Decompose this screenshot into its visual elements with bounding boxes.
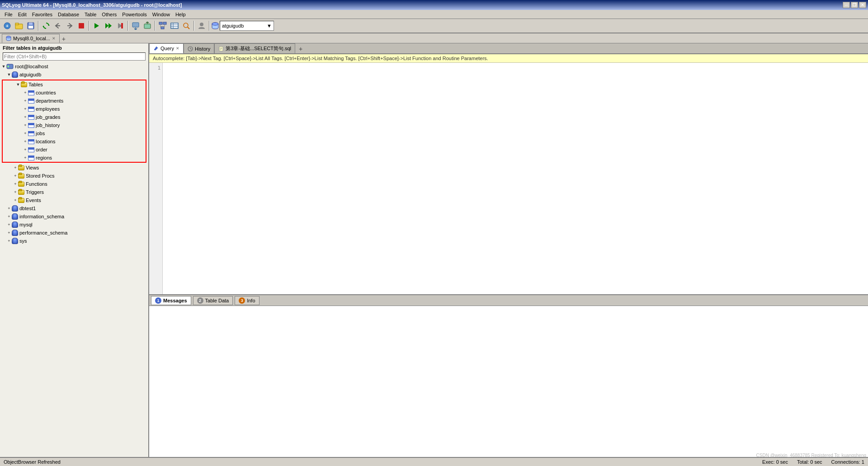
tree-expand-job-grades[interactable]: + bbox=[23, 114, 28, 120]
tree-events-folder[interactable]: + Events bbox=[0, 196, 148, 204]
tree-expand-job-history[interactable]: + bbox=[23, 122, 28, 128]
tree-views-folder[interactable]: + Views bbox=[0, 164, 148, 172]
tree-tables-folder[interactable]: ▼ Tables bbox=[3, 80, 146, 89]
filter-input[interactable] bbox=[3, 52, 146, 61]
svg-rect-6 bbox=[28, 26, 33, 28]
tab-query[interactable]: Query ✕ bbox=[149, 43, 184, 53]
tree-expand-departments[interactable]: + bbox=[23, 98, 28, 104]
tree-table-employees[interactable]: + employees bbox=[3, 105, 146, 113]
tree-table-locations[interactable]: + locations bbox=[3, 137, 146, 146]
menu-powertools[interactable]: Powertools bbox=[119, 11, 149, 18]
open-button[interactable] bbox=[14, 20, 24, 31]
tab-info[interactable]: 3 Info bbox=[235, 296, 259, 305]
menu-table[interactable]: Table bbox=[82, 11, 99, 18]
tree-stored-procs-folder[interactable]: + Stored Procs bbox=[0, 172, 148, 180]
tree-expand-tables[interactable]: ▼ bbox=[15, 82, 21, 87]
tree-expand-events[interactable]: + bbox=[13, 198, 18, 203]
menu-help[interactable]: Help bbox=[173, 11, 189, 18]
tree-db-mysql[interactable]: + mysql bbox=[0, 221, 148, 229]
tree-expand-information-schema[interactable]: + bbox=[6, 214, 12, 219]
tab-sql-file[interactable]: 第3章-基础...SELECT简句.sql bbox=[214, 43, 295, 53]
execute-button[interactable] bbox=[91, 20, 102, 31]
users-button[interactable] bbox=[196, 20, 207, 31]
import-button[interactable] bbox=[130, 20, 141, 31]
stop-button[interactable] bbox=[76, 20, 87, 31]
filter-row bbox=[0, 52, 148, 61]
tree-table-countries[interactable]: + countries bbox=[3, 89, 146, 97]
tree-expand-views[interactable]: + bbox=[13, 165, 18, 170]
query-builder-button[interactable] bbox=[181, 20, 192, 31]
tree-expand-order[interactable]: + bbox=[23, 147, 28, 152]
tree-expand-functions[interactable]: + bbox=[13, 181, 18, 187]
tab-table-data[interactable]: 2 Table Data bbox=[193, 296, 233, 305]
tab-query-close[interactable]: ✕ bbox=[176, 46, 179, 51]
export-button[interactable] bbox=[142, 20, 153, 31]
tab-messages[interactable]: 1 Messages bbox=[151, 296, 191, 305]
tree-expand-mysql[interactable]: + bbox=[6, 222, 12, 227]
tree-triggers-folder[interactable]: + Triggers bbox=[0, 188, 148, 196]
tree-db-atguigudb[interactable]: ▼ atguigudb bbox=[0, 71, 148, 79]
connection-tab-close[interactable]: ✕ bbox=[52, 36, 56, 41]
tree-table-job-history[interactable]: + job_history bbox=[3, 121, 146, 129]
schema-designer-button[interactable] bbox=[157, 20, 168, 31]
add-connection-button[interactable]: + bbox=[60, 35, 68, 43]
tree-functions-folder[interactable]: + Functions bbox=[0, 180, 148, 188]
tree-expand-jobs[interactable]: + bbox=[23, 131, 28, 136]
tab-history[interactable]: History bbox=[184, 43, 214, 53]
tree-table-jobs[interactable]: + jobs bbox=[3, 129, 146, 137]
close-button[interactable]: ✕ bbox=[859, 2, 866, 8]
refresh-button[interactable] bbox=[41, 20, 52, 31]
tree-expand-dbtest1[interactable]: + bbox=[6, 206, 12, 211]
add-query-tab-button[interactable]: + bbox=[296, 44, 305, 53]
info-tab-icon: 3 bbox=[239, 297, 245, 304]
tree-db-performance-schema[interactable]: + performance_schema bbox=[0, 229, 148, 237]
menu-database[interactable]: Database bbox=[55, 11, 82, 18]
watermark: CSDN @weixin_46883785 Registered To: kua… bbox=[756, 453, 866, 458]
db-select-box[interactable]: atguigudb ▼ bbox=[220, 21, 274, 31]
tree-table-regions[interactable]: + regions bbox=[3, 154, 146, 162]
menu-favorites[interactable]: Favorites bbox=[29, 11, 55, 18]
save-button[interactable] bbox=[25, 20, 36, 31]
svg-marker-10 bbox=[94, 23, 99, 28]
menu-bar: File Edit Favorites Database Table Other… bbox=[0, 10, 868, 19]
minimize-button[interactable]: ─ bbox=[843, 2, 850, 8]
tree-expand-root[interactable]: ▼ bbox=[1, 64, 6, 69]
new-connection-button[interactable]: + bbox=[2, 20, 13, 31]
tree-expand-sys[interactable]: + bbox=[6, 238, 12, 244]
editor-content[interactable] bbox=[163, 63, 868, 294]
table-icon-jobs bbox=[28, 131, 34, 136]
svg-line-28 bbox=[188, 27, 189, 29]
stop-query-button[interactable] bbox=[115, 20, 126, 31]
tree-root-label: root@localhost bbox=[15, 64, 48, 69]
tree-table-label: job_grades bbox=[36, 114, 60, 120]
connection-tab-active[interactable]: Mysql8.0_local... ✕ bbox=[2, 34, 60, 43]
menu-window[interactable]: Window bbox=[150, 11, 173, 18]
execute-all-button[interactable] bbox=[103, 20, 114, 31]
tree-expand-locations[interactable]: + bbox=[23, 139, 28, 144]
table-designer-button[interactable] bbox=[169, 20, 180, 31]
tree-db-sys[interactable]: + sys bbox=[0, 237, 148, 245]
tree-db-information-schema[interactable]: + information_schema bbox=[0, 212, 148, 221]
tree-root[interactable]: ▼ root@localhost bbox=[0, 62, 148, 71]
tree-table-departments[interactable]: + departments bbox=[3, 97, 146, 105]
menu-others[interactable]: Others bbox=[99, 11, 119, 18]
forward-button[interactable] bbox=[64, 20, 75, 31]
tree-functions-label: Functions bbox=[26, 181, 47, 187]
tree-expand-atguigudb[interactable]: ▼ bbox=[6, 72, 12, 77]
tree-expand-countries[interactable]: + bbox=[23, 90, 28, 95]
back-button[interactable] bbox=[52, 20, 63, 31]
menu-file[interactable]: File bbox=[2, 11, 15, 18]
tree-expand-employees[interactable]: + bbox=[23, 106, 28, 112]
tree-table-job-grades[interactable]: + job_grades bbox=[3, 113, 146, 121]
tree-expand-stored-procs[interactable]: + bbox=[13, 173, 18, 179]
tree-table-order[interactable]: + order bbox=[3, 146, 146, 154]
tree-db-dbtest1[interactable]: + dbtest1 bbox=[0, 204, 148, 212]
tree-db-dbtest1-label: dbtest1 bbox=[19, 206, 36, 211]
tree-expand-performance-schema[interactable]: + bbox=[6, 230, 12, 235]
tree-expand-regions[interactable]: + bbox=[23, 155, 28, 160]
restore-button[interactable]: ❐ bbox=[851, 2, 858, 8]
svg-rect-3 bbox=[15, 23, 19, 25]
menu-edit[interactable]: Edit bbox=[15, 11, 29, 18]
tree-expand-triggers[interactable]: + bbox=[13, 189, 18, 195]
svg-rect-17 bbox=[159, 22, 162, 24]
